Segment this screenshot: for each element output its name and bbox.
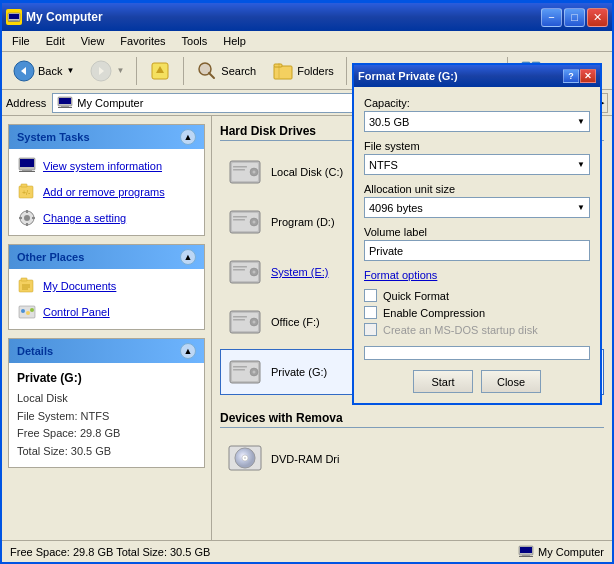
svg-rect-46 — [21, 278, 27, 281]
folders-button[interactable]: Folders — [265, 56, 341, 86]
maximize-button[interactable]: □ — [564, 8, 585, 27]
quick-format-item[interactable]: Quick Format — [364, 289, 590, 302]
window-icon — [6, 9, 22, 25]
allocation-select[interactable]: 4096 bytes ▼ — [364, 197, 590, 218]
menu-view[interactable]: View — [75, 33, 111, 49]
status-right-text: My Computer — [538, 546, 604, 558]
my-documents-label: My Documents — [43, 280, 116, 292]
status-right: My Computer — [518, 544, 604, 560]
drive-label-e: System (E:) — [271, 266, 328, 278]
control-panel-label: Control Panel — [43, 306, 110, 318]
capacity-group: Capacity: 30.5 GB ▼ — [364, 97, 590, 132]
details-header[interactable]: Details ▲ — [9, 339, 204, 363]
allocation-label: Allocation unit size — [364, 183, 590, 195]
svg-rect-34 — [22, 170, 32, 171]
dialog-help-button[interactable]: ? — [563, 69, 579, 83]
up-button[interactable] — [142, 56, 178, 86]
filesystem-select[interactable]: NTFS ▼ — [364, 154, 590, 175]
change-setting-label: Change a setting — [43, 212, 126, 224]
system-tasks-header[interactable]: System Tasks ▲ — [9, 125, 204, 149]
removable-header: Devices with Remova — [220, 411, 604, 428]
dialog-close-button[interactable]: ✕ — [580, 69, 596, 83]
svg-rect-58 — [233, 166, 247, 168]
ms-dos-label: Create an MS-DOS startup disk — [383, 324, 538, 336]
svg-rect-91 — [522, 555, 530, 556]
my-documents-link[interactable]: My Documents — [17, 275, 196, 297]
drive-label-d: Program (D:) — [271, 216, 335, 228]
change-setting-link[interactable]: Change a setting — [17, 207, 196, 229]
svg-rect-37 — [21, 184, 27, 187]
svg-point-75 — [253, 321, 256, 324]
back-button[interactable]: Back ▼ — [6, 56, 81, 86]
enable-compression-label: Enable Compression — [383, 307, 485, 319]
svg-rect-35 — [19, 171, 35, 172]
svg-rect-3 — [8, 22, 20, 23]
main-window: My Computer − □ ✕ File Edit View Favorit… — [0, 0, 614, 564]
filesystem-value: NTFS — [369, 159, 398, 171]
left-panel: System Tasks ▲ View syste — [2, 116, 212, 540]
status-bar: Free Space: 29.8 GB Total Size: 30.5 GB … — [2, 540, 612, 562]
svg-rect-2 — [10, 20, 18, 22]
dialog-footer: Start Close — [354, 366, 600, 403]
menu-tools[interactable]: Tools — [176, 33, 214, 49]
svg-rect-1 — [9, 14, 19, 19]
system-tasks-collapse[interactable]: ▲ — [180, 129, 196, 145]
dialog-close-btn[interactable]: Close — [481, 370, 541, 393]
other-places-collapse[interactable]: ▲ — [180, 249, 196, 265]
svg-point-88 — [244, 457, 246, 459]
drive-label-dvd: DVD-RAM Dri — [271, 453, 339, 465]
menu-edit[interactable]: Edit — [40, 33, 71, 49]
details-collapse[interactable]: ▲ — [180, 343, 196, 359]
svg-rect-64 — [233, 216, 247, 218]
details-section: Details ▲ Private (G:) Local Disk File S… — [8, 338, 205, 468]
svg-point-69 — [253, 271, 256, 274]
drive-label-c: Local Disk (C:) — [271, 166, 343, 178]
allocation-group: Allocation unit size 4096 bytes ▼ — [364, 183, 590, 218]
svg-rect-33 — [20, 159, 34, 167]
add-remove-programs-link[interactable]: +/- Add or remove programs — [17, 181, 196, 203]
quick-format-checkbox[interactable] — [364, 289, 377, 302]
address-label: Address — [6, 97, 52, 109]
menu-help[interactable]: Help — [217, 33, 252, 49]
other-places-header[interactable]: Other Places ▲ — [9, 245, 204, 269]
capacity-value: 30.5 GB — [369, 116, 409, 128]
volume-input[interactable] — [364, 240, 590, 261]
svg-rect-70 — [233, 266, 247, 268]
start-button[interactable]: Start — [413, 370, 473, 393]
svg-point-81 — [253, 371, 256, 374]
menu-favorites[interactable]: Favorites — [114, 33, 171, 49]
other-places-title: Other Places — [17, 251, 84, 263]
enable-compression-checkbox[interactable] — [364, 306, 377, 319]
format-options-link[interactable]: Format options — [364, 269, 590, 281]
svg-rect-44 — [32, 217, 35, 219]
svg-rect-83 — [233, 369, 245, 371]
enable-compression-item[interactable]: Enable Compression — [364, 306, 590, 319]
close-button[interactable]: ✕ — [587, 8, 608, 27]
capacity-select[interactable]: 30.5 GB ▼ — [364, 111, 590, 132]
removable-list: DVD-RAM Dri — [220, 436, 604, 482]
hdd-icon-f — [227, 304, 263, 340]
search-button[interactable]: Search — [189, 56, 263, 86]
info-icon — [17, 156, 37, 176]
hdd-icon-e — [227, 254, 263, 290]
control-panel-link[interactable]: Control Panel — [17, 301, 196, 323]
menu-file[interactable]: File — [6, 33, 36, 49]
add-remove-label: Add or remove programs — [43, 186, 165, 198]
forward-button[interactable]: ▼ — [83, 56, 131, 86]
details-filesystem: File System: NTFS — [17, 408, 196, 426]
view-system-info-link[interactable]: View system information — [17, 155, 196, 177]
svg-point-53 — [30, 308, 34, 312]
svg-rect-82 — [233, 366, 247, 368]
dialog-title-buttons: ? ✕ — [563, 69, 596, 83]
allocation-arrow: ▼ — [577, 203, 585, 212]
back-icon — [13, 60, 35, 82]
minimize-button[interactable]: − — [541, 8, 562, 27]
svg-rect-59 — [233, 169, 245, 171]
dialog-body: Capacity: 30.5 GB ▼ File system NTFS ▼ A… — [354, 87, 600, 346]
details-drive-name: Private (G:) — [17, 369, 196, 388]
volume-label: Volume label — [364, 226, 590, 238]
drive-item-dvd[interactable]: DVD-RAM Dri — [220, 436, 604, 482]
window-title: My Computer — [26, 10, 103, 24]
svg-point-52 — [26, 311, 30, 315]
address-computer-icon — [57, 95, 73, 111]
